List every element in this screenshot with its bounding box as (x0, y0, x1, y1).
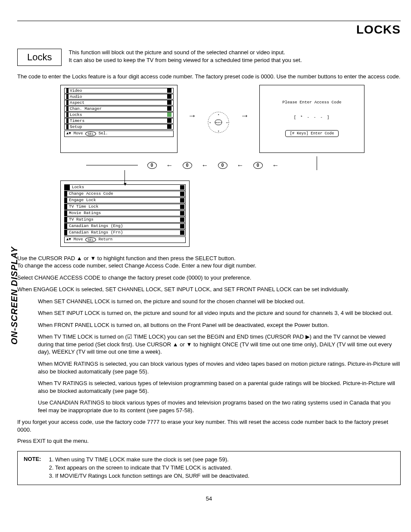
body-p10: Use CANADIAN RATINGS to block various ty… (38, 399, 401, 414)
preamble-text: The code to enter the Locks feature is a… (17, 73, 401, 81)
arrow-left-icon: ← (272, 162, 279, 169)
access-panel-title: Please Enter Access Code (264, 100, 360, 105)
body-p12: Press EXIT to quit the menu. (17, 438, 401, 444)
body-p6: When FRONT PANEL LOCK is turned on, all … (38, 321, 401, 329)
footer-sel-label: Sel. (99, 131, 108, 136)
svg-text:◂: ◂ (209, 121, 211, 124)
intro-line1: This function will block out the picture… (68, 49, 285, 56)
menu-item-audio: Audio (64, 94, 174, 100)
submenu-item: TV Ratings (64, 217, 186, 223)
svg-text:▾: ▾ (218, 130, 219, 132)
arrow-left-icon: ← (166, 162, 173, 169)
access-code-panel: Please Enter Access Code [ * - - - ] [# … (259, 85, 364, 153)
menu-item-chan-manager: Chan. Manager (64, 106, 174, 112)
updown-icon: ▲▼ (66, 131, 71, 136)
note-item-1: 1. When using TV TIME LOCK make sure the… (49, 456, 249, 464)
svg-text:▸: ▸ (227, 121, 228, 124)
page-number: 54 (17, 495, 401, 502)
access-code-hint: [# Keys] Enter Code (285, 130, 339, 137)
intro-line2: It can also be used to keep the TV from … (68, 57, 302, 63)
locks-submenu-panel: Locks Change Access Code Engage Lock TV … (60, 180, 190, 247)
note-item-3: 3. If MOVIE/TV Ratings Lock function set… (49, 472, 249, 480)
sel-oval-icon: SEL (85, 237, 96, 242)
body-p5: When SET INPUT LOCK is turned on, the pi… (38, 309, 401, 317)
osd-main-menu-panel: Video Audio Aspect Chan. Manager Locks T… (60, 85, 177, 153)
submenu-item: Canadian Ratings (Eng) (64, 223, 186, 229)
remote-select-graphic: SELECT ▴ ▾ ◂ ▸ (207, 85, 230, 134)
digit-button-0: 0 (218, 162, 227, 169)
svg-text:▴: ▴ (218, 113, 219, 115)
menu-item-timers: Timers (64, 118, 174, 124)
page-header-title: LOCKS (17, 23, 401, 37)
arrow-to-access-panel: → (240, 85, 249, 121)
body-p2: Select CHANGE ACCESS CODE to change the … (17, 274, 401, 282)
body-p8: When MOVIE RATINGS is selected, you can … (38, 360, 401, 375)
arrow-down-icon: ▼ (123, 181, 128, 187)
section-title-box: Locks (17, 49, 62, 66)
sel-oval-icon: SEL (85, 131, 96, 136)
menu-item-locks: Locks (64, 112, 174, 118)
arrow-left-icon: ← (202, 162, 209, 169)
submenu-item: TV Time Lock (64, 204, 186, 210)
menu-footer: ▲▼ Move SEL Sel. (64, 131, 174, 137)
arrow-left-icon: ← (237, 162, 244, 169)
digit-button-0: 0 (147, 162, 157, 169)
submenu-item: Change Access Code (64, 191, 186, 197)
body-p1: Use the CURSOR PAD ▲ or ▼ to highlight f… (17, 255, 401, 270)
body-p11: If you forget your access code, use the … (17, 418, 401, 433)
menu-item-video: Video (64, 88, 174, 93)
footer-move-label: Move (74, 131, 83, 136)
note-box: NOTE: 1. When using TV TIME LOCK make su… (17, 451, 401, 485)
digit-button-0: 0 (253, 162, 263, 169)
remote-dpad-icon: SELECT ▴ ▾ ◂ ▸ (207, 111, 230, 134)
code-entry-row: 0 ← 0 ← 0 ← 0 ← (17, 162, 401, 169)
submenu-item: Canadian Ratings (Frn) (64, 230, 186, 236)
arrow-right-icon: → (188, 111, 196, 121)
body-p3: When ENGAGE LOCK is selected, SET CHANNE… (17, 286, 401, 293)
updown-icon: ▲▼ (66, 237, 71, 242)
footer-return-label: Return (99, 237, 112, 242)
access-code-display: [ * - - - ] (264, 115, 360, 120)
submenu-footer: ▲▼ Move SEL Return (64, 236, 186, 243)
arrow-right-icon: → (240, 111, 249, 121)
digit-button-0: 0 (183, 162, 192, 169)
arrow-to-remote: → (188, 85, 196, 121)
footer-move-label: Move (74, 237, 83, 242)
remote-select-label: SELECT (215, 121, 222, 123)
submenu-item: Movie Ratings (64, 210, 186, 216)
body-p9: When TV RATINGS is selected, various typ… (38, 380, 401, 395)
menu-item-setup: Setup (64, 124, 174, 130)
submenu-item: Engage Lock (64, 197, 186, 203)
menu-item-aspect: Aspect (64, 100, 174, 106)
side-tab-label: ON-SCREEN DISPLAY (9, 246, 19, 345)
intro-text: This function will block out the picture… (68, 49, 401, 64)
note-label: NOTE: (24, 456, 41, 480)
body-p7: When TV TIME LOCK is turned on (☑ TIME L… (38, 333, 401, 356)
body-p4: When SET CHANNEL LOCK is turned on, the … (38, 298, 401, 305)
note-item-2: 2. Text appears on the screen to indicat… (49, 464, 249, 472)
